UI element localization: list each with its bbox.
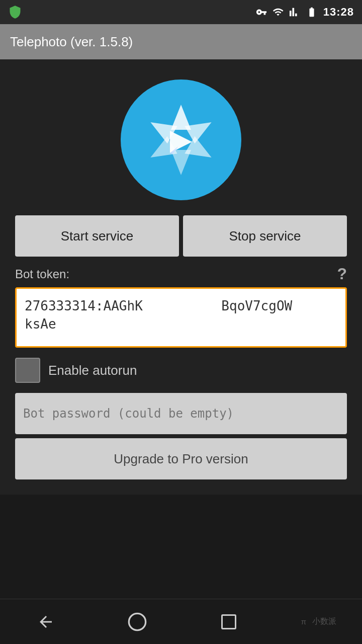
bot-token-label-row: Bot token: ? [15,265,347,283]
autorun-row: Enable autorun [15,358,347,383]
home-icon [127,612,147,632]
recents-icon [220,613,238,631]
status-bar: 13:28 [0,0,362,24]
bot-token-label: Bot token: [15,267,69,281]
battery-icon [304,7,319,18]
service-buttons-row: Start service Stop service [15,215,347,257]
status-time: 13:28 [323,6,354,19]
back-icon [37,613,55,631]
key-icon [256,7,267,18]
title-bar: Telephoto (ver. 1.5.8) [0,24,362,59]
start-service-button[interactable]: Start service [15,215,179,257]
pi-icon: π [300,617,310,627]
help-icon[interactable]: ? [337,265,347,283]
svg-rect-3 [222,615,236,628]
logo-svg [131,90,231,190]
app-title: Telephoto (ver. 1.5.8) [10,34,133,50]
recents-button[interactable] [209,607,249,637]
svg-point-2 [129,613,145,630]
watermark-text: 小数派 [312,616,336,627]
upgrade-pro-button[interactable]: Upgrade to Pro version [15,438,347,479]
stop-service-button[interactable]: Stop service [183,215,347,257]
nav-bar: π 小数派 [0,599,362,644]
status-bar-left [8,5,22,19]
autorun-checkbox[interactable] [15,358,40,383]
logo-area [15,59,347,215]
back-button[interactable] [26,607,66,637]
home-button[interactable] [117,607,157,637]
main-content: Start service Stop service Bot token: ? … [0,59,362,495]
svg-text:π: π [301,617,306,626]
bot-password-input[interactable] [15,393,347,434]
autorun-label: Enable autorun [48,363,137,378]
shield-icon [8,5,22,19]
signal-icon [289,7,300,18]
bot-token-input[interactable]: 276333314:AAGhK BqoV7cgOW ksAe [15,287,347,348]
watermark: π 小数派 [300,616,336,627]
status-bar-right: 13:28 [256,6,354,19]
app-logo [121,79,241,200]
wifi-icon [271,7,285,18]
